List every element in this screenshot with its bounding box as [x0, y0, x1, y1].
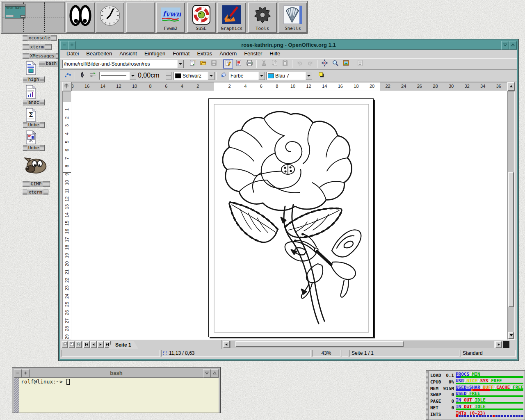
horizontal-scrollbar[interactable] — [230, 341, 495, 348]
window-stick-button[interactable] — [68, 41, 76, 50]
toolbar-area-dialog[interactable] — [219, 71, 228, 80]
math-document-icon[interactable]: Σ — [25, 108, 37, 123]
status-zoom-cell[interactable]: 43% — [312, 350, 340, 357]
window-iconify-button[interactable] — [501, 41, 509, 50]
fill-style-combobox[interactable]: Farbe — [229, 72, 265, 80]
vertical-ruler[interactable]: 1234567891011121314151617181920212223242… — [62, 91, 71, 340]
toolbar-document-as-email-button[interactable] — [234, 59, 244, 68]
toolbar-redo-button[interactable] — [305, 59, 315, 68]
toolbar-navigator-button[interactable] — [320, 59, 329, 68]
toolbar-open-button[interactable] — [198, 59, 208, 68]
scroll-right-button[interactable] — [495, 341, 502, 348]
toolbar-save-button[interactable] — [209, 59, 219, 68]
toolbar-arrow-style[interactable] — [88, 71, 98, 80]
line-width-value[interactable]: 0,00cm — [138, 72, 166, 80]
writer-document-icon[interactable] — [25, 61, 37, 77]
fill-style-dropdown-button[interactable] — [258, 72, 265, 80]
status-style-cell[interactable]: Standard — [461, 350, 516, 357]
titlebar[interactable]: rose-kathrin.png - OpenOffice.org 1.1 — [60, 41, 517, 50]
horizontal-ruler[interactable]: 1816141210864224681012141618202224262830… — [71, 82, 507, 91]
desktop-icon-label-unbe[interactable]: Unbe — [23, 145, 45, 151]
spin-down-button[interactable] — [166, 76, 171, 80]
menu-bearbeiten[interactable]: Bearbeiten — [82, 50, 116, 58]
xeyes-applet[interactable] — [66, 2, 95, 33]
desktop-icon-label-xterm[interactable]: xterm — [22, 44, 52, 50]
menu-datei[interactable]: Datei — [63, 50, 82, 58]
clock-applet[interactable] — [96, 2, 124, 33]
first-page-button[interactable] — [83, 341, 90, 348]
master-mode-button[interactable] — [68, 341, 75, 348]
window-menu-button[interactable] — [14, 369, 22, 378]
window-maximize-button[interactable] — [509, 41, 517, 50]
menu-fenster[interactable]: Fenster — [240, 50, 266, 58]
page-mode-button[interactable] — [62, 341, 68, 348]
window-stick-button[interactable] — [22, 369, 30, 378]
url-field[interactable]: /home/rolf/Bilder-und-Sounds/rosen/ros — [62, 60, 177, 68]
next-page-button[interactable] — [97, 341, 104, 348]
toolbar-paste-button[interactable] — [280, 59, 290, 68]
scroll-down-button[interactable] — [508, 332, 514, 339]
line-style-combobox[interactable] — [99, 72, 136, 80]
launcher-fvwm2[interactable]: fvwmFvwm2 — [156, 2, 185, 33]
document-page[interactable] — [208, 98, 374, 337]
url-combobox[interactable]: /home/rolf/Bilder-und-Sounds/rosen/ros — [62, 60, 184, 68]
url-dropdown-button[interactable] — [177, 60, 184, 68]
menu-hilfe[interactable]: Hilfe — [266, 50, 284, 58]
menu-ndern[interactable]: Ändern — [216, 50, 240, 58]
toolbar-zoom-button[interactable] — [330, 59, 340, 68]
menu-ansicht[interactable]: Ansicht — [116, 50, 141, 58]
openoffice-window[interactable]: rose-kathrin.png - OpenOffice.org 1.1 Da… — [59, 39, 518, 361]
launcher-graphics[interactable]: Graphics — [217, 2, 246, 33]
toolbar-gallery-button[interactable] — [341, 59, 351, 68]
calc-document-icon[interactable] — [25, 85, 37, 100]
scrollbar-thumb[interactable] — [508, 172, 514, 307]
vertical-scrollbar[interactable] — [507, 91, 515, 340]
prev-page-button[interactable] — [90, 341, 97, 348]
line-color-combobox[interactable]: Schwarz — [173, 72, 215, 80]
line-color-dropdown-button[interactable] — [208, 72, 215, 80]
toolbar-edit-file-button[interactable] — [223, 59, 233, 68]
desktop-icon-label-unbe[interactable]: Unbe — [23, 122, 45, 128]
toolbar-copy-button[interactable] — [269, 59, 279, 68]
titlebar[interactable]: bash — [14, 369, 219, 378]
menu-extras[interactable]: Extras — [193, 50, 216, 58]
launcher-shells[interactable]: Shells — [278, 2, 307, 33]
window-maximize-button[interactable] — [211, 369, 219, 378]
toolbar-line-dialog[interactable] — [77, 71, 87, 80]
resize-corner[interactable] — [503, 341, 509, 348]
bash-terminal-window[interactable]: bash rolf@linux:~> — [12, 368, 220, 413]
desktop-icon-label-xconsole[interactable]: xconsole — [22, 35, 57, 41]
spin-up-button[interactable] — [166, 72, 171, 76]
menu-format[interactable]: Format — [169, 50, 193, 58]
line-width-spinner[interactable]: 0,00cm — [138, 72, 171, 80]
desktop-icon-label-gimp[interactable]: GIMP — [22, 181, 50, 187]
page-tab[interactable]: Seite 1 — [108, 341, 139, 349]
launcher-tools[interactable]: Tools — [248, 2, 277, 33]
terminal[interactable]: rolf@linux:~> — [14, 378, 219, 413]
scrollbar-thumb[interactable] — [235, 341, 404, 347]
impress-document-icon[interactable] — [25, 130, 37, 146]
desktop-icon-label-xterm[interactable]: xterm — [22, 189, 48, 195]
window-iconify-button[interactable] — [203, 369, 211, 378]
toolbar-cut-button[interactable] — [259, 59, 269, 68]
window-menu-button[interactable] — [60, 41, 68, 50]
fill-style-value[interactable]: Farbe — [229, 72, 258, 80]
xosview-monitor[interactable]: LOAD0.1PROCS/MINCPU00%USR/NICE/SYS/FREEM… — [426, 370, 525, 420]
scroll-up-button[interactable] — [507, 82, 515, 91]
fvwm-pager[interactable]: rose-kat — [2, 2, 65, 32]
gimp-icon[interactable] — [24, 155, 48, 177]
desktop-icon-label-xmessages[interactable]: XMessages — [22, 53, 62, 59]
fill-color-combobox[interactable]: Blau 7 — [266, 72, 312, 80]
toolbar-edit-points[interactable] — [63, 71, 73, 80]
line-style-dropdown-button[interactable] — [130, 72, 136, 80]
desktop-icon-label-ansc[interactable]: ansc — [23, 99, 45, 105]
fill-color-dropdown-button[interactable] — [306, 72, 312, 80]
launcher-suse[interactable]: SuSE — [187, 2, 216, 33]
desktop-icon-label-high[interactable]: high — [23, 76, 45, 82]
scroll-left-button[interactable] — [223, 341, 230, 348]
empty-launcher-slot[interactable] — [126, 2, 155, 33]
terminal-scrollbar[interactable] — [14, 378, 19, 413]
menu-einfgen[interactable]: Einfügen — [141, 50, 169, 58]
ruler-origin-button[interactable] — [62, 82, 71, 91]
toolbar-imagemap-button[interactable] — [355, 59, 365, 68]
